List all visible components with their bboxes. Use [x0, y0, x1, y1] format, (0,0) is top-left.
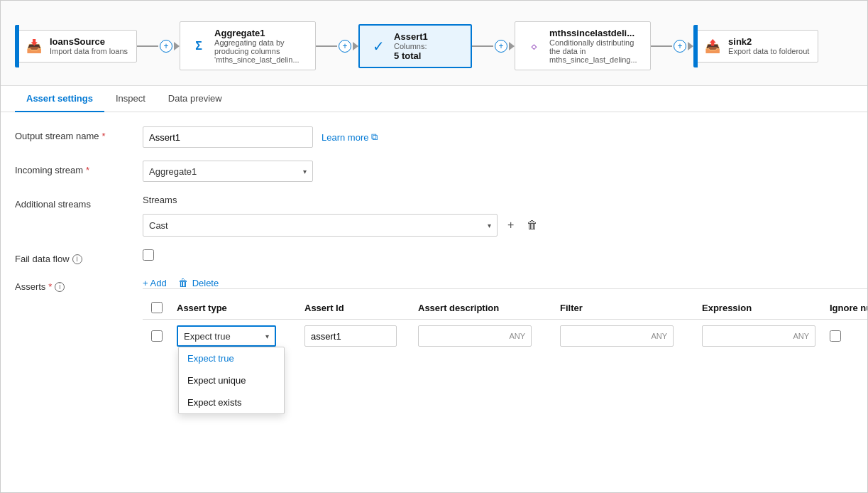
asserts-label: Asserts * i [15, 277, 128, 292]
required-star-output: * [102, 131, 106, 141]
additional-streams-control: Streams Cast ▾ + 🗑 [143, 195, 853, 237]
filter-any-label: ANY [651, 332, 667, 340]
arrow-head-2 [353, 42, 358, 50]
add-stream-btn[interactable]: + [505, 216, 517, 234]
incoming-stream-control: Aggregate1 ▾ [143, 161, 853, 182]
node-box-loanssource[interactable]: 📥 loansSource Import data from loans [15, 30, 137, 63]
sink2-icon: 📤 [703, 36, 723, 56]
ignore-nulls-checkbox-row1[interactable] [830, 330, 841, 342]
add-assert-btn[interactable]: + Add [143, 278, 167, 288]
aggregate1-info: Aggregate1 Aggregating data by producing… [214, 28, 307, 64]
arrow-1: + [137, 40, 180, 53]
pipeline-node-aggregate1: Σ Aggregate1 Aggregating data by produci… [180, 21, 316, 70]
arrow-2: + [316, 40, 358, 53]
node-box-sink2[interactable]: 📤 sink2 Export data to folderout [693, 30, 818, 63]
assert1-columns-label: Columns: [394, 42, 428, 50]
arrow-head-4 [688, 42, 693, 50]
output-stream-name-control: Learn more ⧉ [143, 126, 853, 148]
sink2-info: sink2 Export data to folderout [728, 36, 809, 55]
expression-input-row1[interactable]: ANY [702, 325, 815, 347]
tab-assert-settings[interactable]: Assert settings [15, 86, 104, 112]
assert-type-chevron: ▾ [265, 332, 269, 340]
th-assert-id: Assert Id [299, 303, 412, 313]
asserts-table: Assert type Assert Id Assert description… [143, 288, 868, 352]
fail-data-flow-info-icon[interactable]: i [72, 254, 82, 264]
assert-desc-input-row1[interactable]: ANY [418, 325, 532, 347]
tabs-bar: Assert settings Inspect Data preview [1, 86, 867, 112]
streams-section: Streams Cast ▾ + 🗑 [143, 195, 541, 237]
delete-stream-icon: 🗑 [527, 219, 538, 232]
node-left-bar [15, 25, 19, 67]
td-checkbox-row1 [143, 330, 171, 342]
incoming-stream-label: Incoming stream * [15, 161, 128, 175]
streams-label: Streams [143, 195, 541, 205]
required-star-incoming: * [86, 165, 89, 175]
filter-input-row1[interactable]: ANY [560, 325, 674, 347]
add-node-btn-3[interactable]: + [495, 40, 507, 53]
loanssource-title: loansSource [50, 36, 128, 47]
add-node-btn-4[interactable]: + [674, 40, 686, 53]
th-assert-description: Assert description [412, 303, 554, 313]
learn-more-link[interactable]: Learn more ⧉ [322, 131, 378, 143]
td-assert-desc-row1: ANY [412, 325, 554, 347]
delete-icon: 🗑 [178, 277, 188, 288]
expression-any-label: ANY [793, 332, 809, 340]
table-row: Expect true ▾ Expect true Expect unique … [143, 320, 868, 352]
th-expression: Expression [696, 303, 824, 313]
td-ignore-row1 [824, 330, 868, 342]
external-link-icon: ⧉ [371, 131, 378, 143]
th-checkbox [143, 302, 171, 313]
tab-data-preview[interactable]: Data preview [157, 86, 234, 112]
td-assert-type-row1: Expect true ▾ Expect true Expect unique … [171, 325, 299, 347]
th-assert-type: Assert type [171, 303, 299, 313]
node-box-aggregate1[interactable]: Σ Aggregate1 Aggregating data by produci… [180, 21, 316, 70]
dropdown-item-expect-true[interactable]: Expect true [179, 347, 284, 369]
arrow-3: + [472, 40, 515, 53]
assert-id-input-row1[interactable] [304, 325, 397, 347]
assert-desc-any-label: ANY [509, 332, 525, 340]
add-node-btn-2[interactable]: + [339, 40, 351, 53]
additional-streams-label: Additional streams [15, 195, 128, 210]
fail-data-flow-label: Fail data flow i [15, 249, 128, 264]
add-node-btn-1[interactable]: + [160, 40, 172, 53]
asserts-info-icon[interactable]: i [55, 282, 65, 292]
mths-icon: ⬦ [524, 36, 544, 56]
sink2-title: sink2 [728, 36, 809, 47]
select-all-checkbox[interactable] [151, 302, 163, 313]
arrow-4: + [651, 40, 693, 53]
fail-data-flow-checkbox[interactable] [143, 249, 154, 261]
tab-inspect[interactable]: Inspect [104, 86, 157, 112]
loanssource-icon: 📥 [24, 36, 44, 56]
assert-type-dropdown: Expect true Expect unique Expect exists [178, 347, 285, 414]
aggregate1-icon: Σ [189, 36, 209, 56]
arrow-line-3 [472, 45, 493, 47]
assert-type-select-row1[interactable]: Expect true ▾ Expect true Expect unique … [177, 325, 276, 347]
incoming-stream-select[interactable]: Aggregate1 ▾ [143, 161, 313, 182]
arrow-line-4 [651, 45, 672, 47]
mths-subtitle: Conditionally distributing the data in m… [549, 38, 642, 64]
td-assert-id-row1 [299, 325, 412, 347]
add-stream-icon: + [507, 219, 514, 232]
dropdown-item-expect-unique[interactable]: Expect unique [179, 369, 284, 391]
fail-data-flow-row: Fail data flow i [15, 249, 853, 264]
incoming-stream-chevron: ▾ [303, 168, 307, 175]
output-stream-name-input[interactable] [143, 126, 313, 148]
td-expression-row1: ANY [696, 325, 824, 347]
th-ignore-nulls: Ignore nulls [824, 303, 868, 313]
pipeline-canvas: 📥 loansSource Import data from loans + Σ… [1, 1, 867, 86]
node-box-mths[interactable]: ⬦ mthssincelastdeli... Conditionally dis… [515, 21, 651, 70]
aggregate1-title: Aggregate1 [214, 28, 307, 38]
streams-chevron: ▾ [488, 222, 491, 229]
pipeline-node-sink2: 📤 sink2 Export data to folderout [693, 30, 818, 63]
node-box-assert1[interactable]: ✓ Assert1 Columns: 5 total [358, 24, 472, 68]
row1-checkbox[interactable] [151, 330, 163, 342]
streams-select[interactable]: Cast ▾ [143, 214, 498, 237]
output-stream-name-row: Output stream name * Learn more ⧉ [15, 126, 853, 148]
mths-info: mthssincelastdeli... Conditionally distr… [549, 28, 642, 64]
delete-stream-btn[interactable]: 🗑 [524, 216, 541, 234]
required-star-asserts: * [48, 281, 52, 292]
delete-assert-btn[interactable]: 🗑 Delete [178, 277, 219, 288]
pipeline-node-loanssource: 📥 loansSource Import data from loans [15, 30, 137, 63]
sink2-left-bar [693, 25, 698, 67]
dropdown-item-expect-exists[interactable]: Expect exists [179, 391, 284, 413]
